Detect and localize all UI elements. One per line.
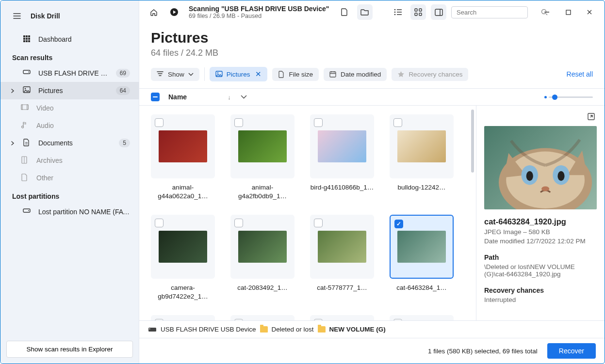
file-card[interactable]: animal-g44a0622a0_1… — [151, 114, 215, 200]
details-panel-icon[interactable] — [431, 4, 446, 20]
file-thumbnail[interactable] — [390, 114, 454, 178]
file-checkbox[interactable] — [314, 118, 323, 127]
sidebar-item-video[interactable]: Video — [0, 99, 139, 117]
svg-point-16 — [22, 126, 24, 128]
file-thumbnail[interactable] — [151, 315, 215, 320]
thumbnail-image — [397, 130, 446, 162]
svg-rect-8 — [28, 40, 30, 42]
sidebar-label: Audio — [36, 122, 130, 129]
file-card[interactable] — [390, 315, 454, 320]
file-checkbox[interactable] — [234, 219, 243, 227]
sidebar-label: Archives — [36, 157, 130, 164]
folder-icon[interactable] — [357, 4, 373, 20]
slider-min-icon — [544, 96, 547, 98]
sidebar-item-pictures[interactable]: Pictures 64 — [0, 82, 139, 99]
show-dropdown[interactable]: Show — [151, 68, 199, 81]
file-card[interactable]: animal-g4a2fb0db9_1… — [230, 114, 294, 200]
thumbnail-size-slider[interactable] — [544, 96, 593, 98]
filter-datemodified[interactable]: Date modified — [324, 68, 387, 81]
file-card[interactable]: cat-5778777_1… — [310, 215, 374, 301]
file-thumbnail[interactable] — [151, 114, 215, 178]
file-thumbnail[interactable] — [310, 215, 374, 279]
file-thumbnail[interactable] — [151, 215, 215, 279]
file-checkbox[interactable] — [314, 319, 323, 320]
file-checkbox[interactable] — [314, 219, 323, 227]
details-path-value: \Deleted or lost\NEW VOLUME (G)\cat-6463… — [484, 263, 597, 278]
file-card[interactable] — [151, 315, 215, 320]
file-thumbnail[interactable] — [390, 215, 454, 279]
file-thumbnail[interactable] — [230, 215, 294, 279]
file-checkbox[interactable] — [394, 220, 403, 228]
file-caption: camera-gb9d7422e2_1… — [151, 284, 215, 301]
thumbnail-image — [318, 231, 366, 263]
file-card[interactable]: bulldog-12242… — [390, 114, 454, 200]
close-button[interactable] — [584, 7, 595, 17]
hamburger-menu-icon[interactable] — [9, 8, 25, 24]
search-field[interactable] — [457, 9, 538, 16]
filter-filesize[interactable]: File size — [272, 68, 319, 81]
file-checkbox[interactable] — [155, 319, 164, 320]
open-external-icon[interactable] — [587, 112, 597, 122]
list-header: Name ↓ — [139, 88, 605, 106]
column-name[interactable]: Name — [168, 93, 187, 101]
breadcrumb-item[interactable]: Deleted or lost — [272, 326, 314, 333]
close-icon[interactable]: ✕ — [255, 70, 262, 79]
grid-view-icon[interactable] — [410, 4, 426, 20]
recover-button[interactable]: Recover — [547, 343, 596, 359]
file-checkbox[interactable] — [393, 118, 402, 127]
file-card[interactable] — [230, 315, 294, 320]
sidebar-item-drive[interactable]: USB FLASH DRIVE USB D… 69 — [0, 64, 139, 82]
filter-pictures[interactable]: Pictures ✕ — [210, 67, 267, 81]
thumbnail-image — [238, 130, 287, 162]
file-checkbox[interactable] — [155, 118, 164, 127]
breadcrumb-item[interactable]: USB FLASH DRIVE USB Device — [161, 326, 256, 333]
list-view-icon[interactable] — [390, 4, 406, 20]
file-card[interactable]: cat-6463284_1… — [390, 215, 454, 301]
file-checkbox[interactable] — [393, 319, 402, 320]
sidebar-item-other[interactable]: Other — [0, 169, 139, 187]
sidebar: Disk Drill Dashboard Scan results USB FL… — [0, 0, 139, 364]
file-card[interactable] — [310, 315, 374, 320]
file-thumbnail[interactable] — [230, 114, 294, 178]
file-thumbnail[interactable] — [230, 315, 294, 320]
drive-icon — [148, 327, 157, 332]
svg-point-21 — [394, 9, 395, 11]
scrollbar[interactable] — [471, 110, 474, 173]
minimize-button[interactable] — [541, 7, 552, 17]
svg-rect-33 — [330, 72, 336, 77]
breadcrumb-item[interactable]: NEW VOLUME (G) — [329, 326, 386, 333]
file-card[interactable]: cat-2083492_1… — [230, 215, 294, 301]
home-icon[interactable] — [146, 4, 162, 20]
chevron-down-icon — [188, 73, 194, 76]
sidebar-item-audio[interactable]: Audio — [0, 117, 139, 134]
svg-rect-2 — [28, 35, 30, 37]
play-icon[interactable] — [166, 4, 182, 20]
sidebar-item-documents[interactable]: Documents 5 — [0, 134, 139, 152]
maximize-button[interactable] — [563, 7, 573, 17]
sidebar-item-dashboard[interactable]: Dashboard — [0, 31, 139, 48]
scan-subtitle: 69 files / 26.9 MB - Paused — [189, 13, 329, 19]
sort-arrow-icon[interactable]: ↓ — [228, 94, 231, 101]
filter-recovery-chances[interactable]: Recovery chances — [392, 68, 468, 81]
file-card[interactable]: camera-gb9d7422e2_1… — [151, 215, 215, 301]
filter-icon — [157, 71, 164, 78]
sidebar-item-archives[interactable]: Archives — [0, 152, 139, 169]
sidebar-section-scan-results: Scan results — [0, 48, 139, 64]
show-in-explorer-button[interactable]: Show scan results in Explorer — [6, 341, 133, 358]
file-checkbox[interactable] — [155, 219, 164, 227]
sidebar-item-lost-partition[interactable]: Lost partition NO NAME (FAT… — [0, 203, 139, 221]
reset-all-link[interactable]: Reset all — [567, 70, 593, 78]
chevron-down-icon[interactable] — [241, 95, 247, 99]
file-card[interactable]: bird-g41610866b_1… — [310, 114, 374, 200]
thumbnail-image — [318, 130, 366, 162]
file-thumbnail[interactable] — [310, 114, 374, 178]
file-checkbox[interactable] — [234, 118, 243, 127]
file-thumbnail[interactable] — [310, 315, 374, 320]
search-input[interactable] — [451, 6, 528, 18]
file-caption: cat-5778777_1… — [317, 284, 367, 292]
file-thumbnail[interactable] — [390, 315, 454, 320]
select-all-checkbox[interactable] — [151, 93, 160, 101]
file-icon[interactable] — [337, 4, 352, 20]
page-subtitle: 64 files / 24.2 MB — [151, 48, 593, 58]
file-checkbox[interactable] — [234, 319, 243, 320]
